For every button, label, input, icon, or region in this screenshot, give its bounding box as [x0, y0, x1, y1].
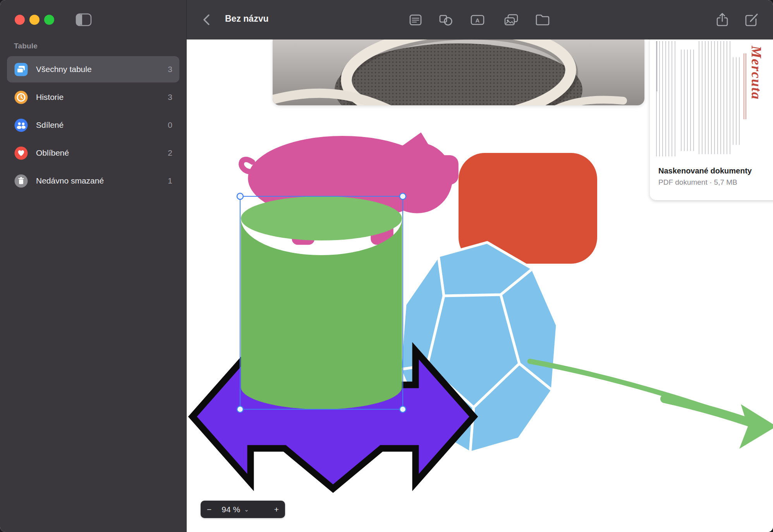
resize-handle-top-left[interactable] [237, 193, 243, 199]
sidebar-section-title: Tabule [14, 42, 38, 50]
sidebar-item-count: 2 [168, 148, 172, 158]
boards-icon [14, 62, 28, 77]
sidebar: Tabule Všechny tabule 3 Historie 3 [0, 0, 187, 532]
compose-icon[interactable] [743, 11, 760, 28]
people-icon [14, 118, 28, 132]
sidebar-item-count: 1 [168, 176, 172, 185]
heart-icon [14, 146, 28, 160]
sidebar-item-count: 0 [168, 120, 172, 130]
minimize-button[interactable] [29, 15, 40, 25]
trash-icon [14, 174, 28, 188]
sidebar-item-all-boards[interactable]: Všechny tabule 3 [7, 56, 179, 82]
sidebar-nav: Všechny tabule 3 Historie 3 [7, 56, 179, 196]
toolbar: Bez názvu A [186, 0, 773, 39]
board-canvas[interactable]: Mercuta Naskenované dokumenty PDF dokume… [186, 39, 773, 532]
sidebar-item-label: Oblíbené [36, 148, 168, 158]
resize-handle-top-right[interactable] [400, 193, 406, 199]
zoom-out-button[interactable]: − [207, 505, 211, 514]
green-arrow-shape[interactable] [530, 361, 773, 449]
zoom-in-button[interactable]: + [274, 505, 279, 514]
sidebar-item-recently-deleted[interactable]: Nedávno smazané 1 [7, 168, 179, 194]
sidebar-item-count: 3 [168, 93, 172, 102]
traffic-lights [15, 15, 54, 25]
share-icon[interactable] [714, 11, 731, 28]
back-button[interactable] [202, 12, 211, 27]
sidebar-toggle-button[interactable] [76, 13, 92, 27]
freeform-window: Tabule Všechny tabule 3 Historie 3 [0, 0, 773, 532]
sidebar-item-shared[interactable]: Sdílené 0 [7, 112, 179, 138]
zoom-button[interactable] [44, 15, 54, 25]
sidebar-item-label: Všechny tabule [36, 65, 168, 74]
shapes-icon[interactable] [437, 11, 454, 28]
shapes-layer [186, 39, 773, 532]
folder-icon[interactable] [534, 11, 551, 28]
sidebar-item-label: Nedávno smazané [36, 176, 168, 185]
close-button[interactable] [15, 15, 25, 25]
clock-icon [14, 90, 28, 105]
cylinder-shape[interactable] [241, 196, 402, 409]
media-icon[interactable] [503, 11, 520, 28]
note-icon[interactable] [407, 11, 424, 28]
sidebar-item-favorites[interactable]: Oblíbené 2 [7, 140, 179, 166]
board-title: Bez názvu [225, 14, 268, 24]
svg-text:A: A [476, 17, 480, 24]
sidebar-item-count: 3 [168, 65, 172, 74]
zoom-value: 94 % [222, 505, 240, 514]
sidebar-item-history[interactable]: Historie 3 [7, 84, 179, 110]
text-style-icon[interactable]: A [469, 11, 486, 28]
sidebar-item-label: Sdílené [36, 120, 168, 130]
zoom-control: − 94 % ⌄ + [201, 501, 285, 518]
sidebar-item-label: Historie [36, 93, 168, 102]
chevron-down-icon[interactable]: ⌄ [244, 506, 249, 513]
resize-handle-bottom-left[interactable] [237, 406, 243, 412]
resize-handle-bottom-right[interactable] [400, 406, 406, 412]
